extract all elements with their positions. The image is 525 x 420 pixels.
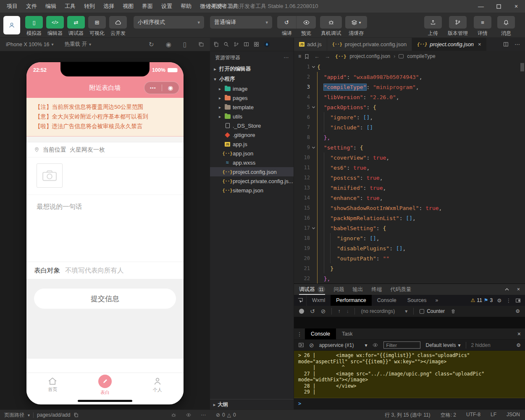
device-debug-button[interactable]: 真机调试 xyxy=(320,16,342,37)
more-status-icon[interactable]: ⋯ xyxy=(201,412,206,418)
extensions-icon[interactable] xyxy=(254,42,259,47)
more-actions-icon[interactable]: ⋯ xyxy=(284,55,289,60)
mode-select[interactable]: 小程序模式 ▾ xyxy=(134,16,204,29)
page-path-label[interactable]: 页面路径 xyxy=(4,412,24,419)
action-详情[interactable]: ≡详情 xyxy=(474,16,491,37)
tree-item-image[interactable]: ▸image xyxy=(210,84,294,93)
menu-item-视图[interactable]: 视图 xyxy=(118,3,138,10)
source-control-icon[interactable] xyxy=(234,42,239,47)
console-filter-input[interactable] xyxy=(383,341,420,349)
nav-back-icon[interactable]: ← xyxy=(314,53,320,60)
tree-item-project.private.config.js...[interactable]: {··}project.private.config.js... xyxy=(210,176,294,186)
clear-cache-button[interactable]: ▾ 清缓存 xyxy=(345,16,367,37)
compile-mode-select[interactable]: 普通编译 ▾ xyxy=(210,16,272,29)
section-project-root[interactable]: ▾ 小程序 xyxy=(210,74,294,84)
breadcrumb-symbol[interactable]: compileType xyxy=(407,53,435,59)
outline-section[interactable]: ▸ 大纲 xyxy=(210,399,294,410)
editor-tab-project.private.config.json[interactable]: {··}project.private.config.json xyxy=(327,38,412,51)
menu-item-工具[interactable]: 工具 xyxy=(60,3,80,10)
debugger-tab-调试器[interactable]: 调试器11 xyxy=(299,284,325,295)
record-icon[interactable]: ◉ xyxy=(166,41,171,48)
menu-item-设置[interactable]: 设置 xyxy=(157,3,176,10)
tree-item-utils[interactable]: ▸utils xyxy=(210,112,294,121)
bookmark-icon[interactable] xyxy=(304,54,309,59)
collapse-panel-icon[interactable] xyxy=(504,287,509,292)
editor-tab-project.config.json[interactable]: {··}project.config.json× xyxy=(412,38,486,51)
multi-window-icon[interactable] xyxy=(198,42,204,47)
console-tab-Console[interactable]: Console xyxy=(305,328,336,339)
devtools-tab-Wxml[interactable]: Wxml xyxy=(307,295,331,306)
devtools-menu-icon[interactable]: ⋮ xyxy=(506,297,512,304)
toggle-云开发[interactable]: 云开发 xyxy=(109,16,127,37)
copy-path-icon[interactable] xyxy=(74,412,79,417)
record-button[interactable] xyxy=(299,309,304,314)
hot-reload-select[interactable]: 热重载 开 ▾ xyxy=(65,41,92,48)
console-eye-icon[interactable] xyxy=(372,342,378,348)
console-prompt[interactable]: > xyxy=(294,398,525,409)
debugger-tab-终端[interactable]: 终端 xyxy=(371,284,382,295)
nav-forward-icon[interactable]: → xyxy=(325,53,330,60)
close-drawer-icon[interactable]: × xyxy=(517,328,525,339)
phone-tab-个人[interactable]: 个人 xyxy=(131,373,184,397)
clear-icon[interactable]: ⊘ xyxy=(321,308,326,315)
menu-item-文件[interactable]: 文件 xyxy=(22,3,41,10)
fold-chevron-icon[interactable] xyxy=(310,65,317,69)
split-editor-icon[interactable] xyxy=(503,42,509,47)
clear-console-icon[interactable]: ⊘ xyxy=(309,342,314,349)
toggle-可视化[interactable]: ⊞可视化 xyxy=(88,16,106,37)
breadcrumb-file[interactable]: project.config.json xyxy=(350,53,391,59)
device-select[interactable]: iPhone X 100% 16 ▾ xyxy=(6,42,54,47)
more-menu-button[interactable]: ••• xyxy=(144,85,162,90)
outline-list-icon[interactable]: ≡ xyxy=(298,53,301,59)
section-open-editors[interactable]: ▸ 打开的编辑器 xyxy=(210,64,294,74)
tree-item-app.wxss[interactable]: ≈app.wxss xyxy=(210,158,294,167)
submit-button[interactable]: 提交信息 xyxy=(34,289,176,309)
tree-item-.gitignore[interactable]: .gitignore xyxy=(210,130,294,139)
toggle-编辑器[interactable]: </>编辑器 xyxy=(46,16,64,37)
tree-item-app.json[interactable]: {··}app.json xyxy=(210,149,294,158)
inspect-element-icon[interactable] xyxy=(294,295,307,306)
phone-frame-icon[interactable]: ▯ xyxy=(183,41,186,48)
preview-button[interactable] xyxy=(297,16,316,29)
search-icon[interactable] xyxy=(223,42,229,47)
menu-item-编辑[interactable]: 编辑 xyxy=(41,3,60,10)
location-row[interactable]: 当前位置 火星网友一枚 xyxy=(26,142,184,158)
perf-settings-icon[interactable]: ⚙ xyxy=(515,308,520,314)
encoding[interactable]: UTF-8 xyxy=(466,412,480,419)
maximize-button[interactable] xyxy=(490,0,507,13)
more-tabs-icon[interactable]: » xyxy=(432,295,442,306)
user-avatar[interactable] xyxy=(3,16,20,34)
upload-image-button[interactable] xyxy=(37,163,63,188)
debug-status-icon[interactable] xyxy=(171,412,176,418)
tree-item-app.js[interactable]: JSapp.js xyxy=(210,139,294,149)
recordings-select[interactable]: (no recordings) ▾ xyxy=(361,308,407,314)
console-warning-message[interactable]: > 26 | <image wx:for="{{imglist}}" class… xyxy=(294,351,525,398)
minimize-app-button[interactable]: ◉ xyxy=(162,84,179,91)
npm-icon[interactable] xyxy=(264,41,270,47)
phone-tab-首页[interactable]: 首页 xyxy=(26,373,79,397)
menu-item-转到[interactable]: 转到 xyxy=(80,3,99,10)
console-tab-Task[interactable]: Task xyxy=(336,328,359,339)
trash-icon[interactable] xyxy=(451,309,456,314)
compile-button[interactable]: ↺ xyxy=(277,16,297,29)
devtools-tab-Console[interactable]: Console xyxy=(372,295,402,306)
cursor-position[interactable]: 行 3, 列 15 (选中 11) xyxy=(385,412,430,419)
minimize-button[interactable]: — xyxy=(472,0,490,13)
toggle-模拟器[interactable]: ▯模拟器 xyxy=(25,16,43,37)
console-sidebar-icon[interactable] xyxy=(298,342,304,348)
warning-counter[interactable]: ⚠ 11 ⚑ 3 xyxy=(471,297,493,303)
phone-tab-表白[interactable]: 表白 xyxy=(79,373,131,397)
code-editor[interactable]: 1{2"appid": "wxa8a0987b05074943",3"compi… xyxy=(294,62,525,284)
action-消息[interactable]: 消息 xyxy=(497,16,515,37)
fold-chevron-icon[interactable] xyxy=(310,226,317,230)
rotate-icon[interactable]: ↻ xyxy=(149,41,154,48)
menu-item-项目[interactable]: 项目 xyxy=(3,3,22,10)
files-icon[interactable] xyxy=(213,42,219,47)
devtools-tab-Sources[interactable]: Sources xyxy=(402,295,432,306)
tree-item-._DS_Store[interactable]: ._DS_Store xyxy=(210,121,294,130)
toggle-调试器[interactable]: ⇄调试器 xyxy=(67,16,85,37)
close-button[interactable]: × xyxy=(507,0,525,13)
editor-tab-add.js[interactable]: JSadd.js xyxy=(294,38,327,51)
debugger-tab-问题[interactable]: 问题 xyxy=(333,284,344,295)
tree-item-sitemap.json[interactable]: {··}sitemap.json xyxy=(210,186,294,195)
